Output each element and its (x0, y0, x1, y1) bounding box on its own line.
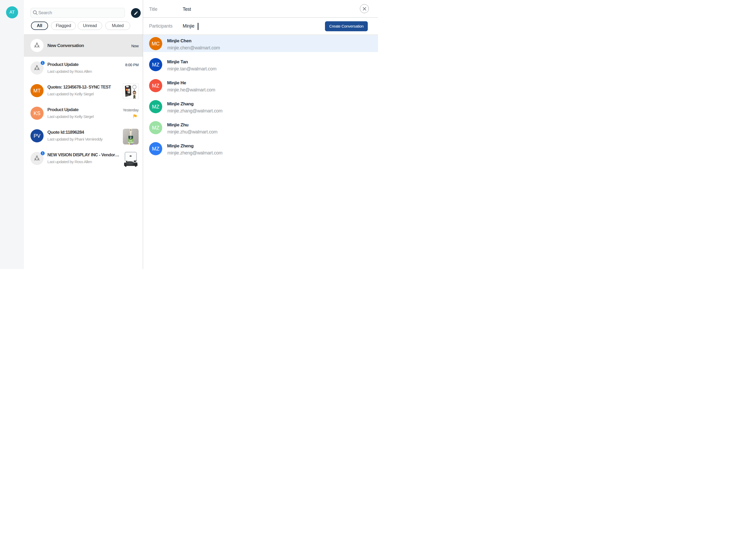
svg-text:2: 2 (130, 136, 131, 139)
